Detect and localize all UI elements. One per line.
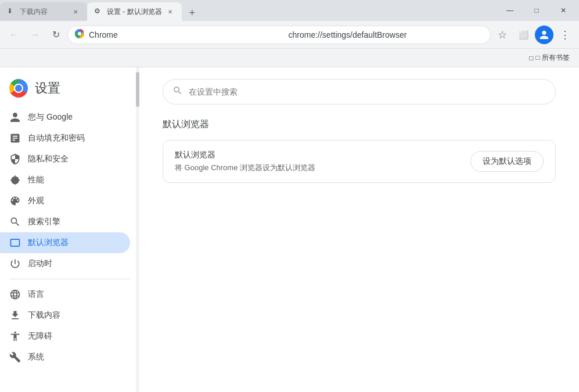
sidebar-item-performance-label: 性能: [28, 175, 44, 185]
chrome-logo-area: 设置: [0, 77, 139, 107]
sidebar-item-system-label: 系统: [28, 352, 44, 362]
card-title: 默认浏览器: [175, 150, 461, 160]
all-bookmarks[interactable]: □ □ 所有书签: [524, 51, 574, 65]
tab-settings[interactable]: ⚙ 设置 - 默认浏览器 ✕: [87, 2, 182, 21]
sidebar-item-privacy[interactable]: 隐私和安全: [0, 149, 130, 170]
sidebar-item-language-label: 语言: [28, 289, 44, 300]
search-input[interactable]: [189, 87, 546, 96]
sidebar-item-search[interactable]: 搜索引擎: [0, 211, 130, 232]
address-bar[interactable]: Chrome chrome://settings/defaultBrowser: [67, 26, 491, 44]
system-icon: [9, 351, 21, 363]
downloads-icon: [9, 310, 21, 321]
sidebar-scrollbar[interactable]: [136, 67, 139, 392]
accessibility-icon: [9, 330, 21, 342]
sidebar-item-google[interactable]: 您与 Google: [0, 107, 130, 128]
set-default-button[interactable]: 设为默认选项: [470, 151, 544, 172]
sidebar-item-accessibility-label: 无障碍: [28, 331, 52, 341]
sidebar-item-privacy-label: 隐私和安全: [28, 154, 69, 164]
google-icon: [9, 112, 21, 123]
sidebar-scrollbar-thumb: [136, 72, 139, 107]
sidebar-item-autofill-label: 自动填充和密码: [28, 133, 85, 143]
chrome-logo-icon: [9, 79, 28, 98]
sidebar-item-google-label: 您与 Google: [28, 112, 73, 123]
settings-main: 默认浏览器 默认浏览器 将 Google Chrome 浏览器设为默认浏览器 设…: [139, 67, 579, 392]
browser-content: 设置 您与 Google 自动填充和密码 隐私和安全 性能: [0, 67, 579, 392]
profile-button[interactable]: [535, 26, 553, 44]
appearance-icon: [9, 195, 21, 207]
tab-settings-close[interactable]: ✕: [166, 7, 175, 16]
default-browser-card: 默认浏览器 将 Google Chrome 浏览器设为默认浏览器 设为默认选项: [163, 140, 556, 183]
sidebar-item-default-label: 默认浏览器: [28, 238, 69, 248]
settings-title: 设置: [35, 80, 60, 97]
sidebar-item-appearance[interactable]: 外观: [0, 190, 130, 211]
search-engine-icon: [9, 216, 21, 228]
sidebar: 设置 您与 Google 自动填充和密码 隐私和安全 性能: [0, 67, 139, 392]
card-subtitle: 将 Google Chrome 浏览器设为默认浏览器: [175, 163, 461, 173]
url-text: chrome://settings/defaultBrowser: [289, 30, 484, 39]
sidebar-item-search-label: 搜索引擎: [28, 217, 60, 227]
forward-button[interactable]: →: [26, 26, 44, 44]
sidebar-item-default-browser[interactable]: 默认浏览器: [0, 232, 130, 253]
window-controls: — □ ✕: [497, 0, 579, 21]
sidebar-item-language[interactable]: 语言: [0, 284, 130, 305]
close-button[interactable]: ✕: [550, 0, 577, 21]
tab-settings-label: 设置 - 默认浏览器: [107, 7, 162, 17]
tab-downloads[interactable]: ⬇ 下载内容 ✕: [0, 2, 87, 21]
toolbar: ← → ↻ Chrome chrome://settings/defaultBr…: [0, 21, 579, 49]
extensions-button[interactable]: ⬜: [514, 26, 533, 44]
sidebar-item-downloads[interactable]: 下载内容: [0, 305, 130, 326]
privacy-icon: [9, 153, 21, 165]
bookmarks-bar: □ □ 所有书签: [0, 49, 579, 67]
section-title: 默认浏览器: [163, 118, 556, 131]
sidebar-item-startup-label: 启动时: [28, 258, 52, 269]
chrome-label: Chrome: [89, 30, 284, 39]
bookmark-button[interactable]: ☆: [493, 26, 512, 44]
autofill-icon: [9, 132, 21, 144]
tab-downloads-close[interactable]: ✕: [71, 7, 80, 16]
all-bookmarks-label: □ 所有书签: [535, 53, 570, 63]
reload-button[interactable]: ↻: [46, 26, 65, 44]
new-tab-button[interactable]: +: [184, 5, 200, 21]
folder-icon: □: [529, 54, 533, 62]
back-button[interactable]: ←: [5, 26, 23, 44]
performance-icon: [9, 174, 21, 186]
settings-search-bar[interactable]: [163, 79, 556, 105]
card-text: 默认浏览器 将 Google Chrome 浏览器设为默认浏览器: [175, 150, 461, 173]
startup-icon: [9, 258, 21, 269]
minimize-button[interactable]: —: [497, 0, 523, 21]
sidebar-item-startup[interactable]: 启动时: [0, 253, 130, 274]
sidebar-item-downloads-label: 下载内容: [28, 310, 60, 321]
titlebar: ⬇ 下载内容 ✕ ⚙ 设置 - 默认浏览器 ✕ + — □ ✕: [0, 0, 579, 21]
card-subtitle-text: 将 Google Chrome 浏览器设为默认浏览器: [175, 163, 315, 172]
sidebar-item-autofill[interactable]: 自动填充和密码: [0, 128, 130, 149]
svg-point-1: [78, 32, 81, 35]
settings-tab-icon: ⚙: [94, 7, 103, 16]
search-icon: [172, 85, 183, 99]
settings-card-inner: 默认浏览器 将 Google Chrome 浏览器设为默认浏览器 设为默认选项: [163, 141, 555, 182]
sidebar-item-system[interactable]: 系统: [0, 347, 130, 368]
tabs-area: ⬇ 下载内容 ✕ ⚙ 设置 - 默认浏览器 ✕ +: [0, 0, 497, 21]
sidebar-divider: [9, 279, 130, 279]
chrome-logo-small: [75, 29, 84, 40]
menu-button[interactable]: ⋮: [556, 26, 574, 44]
sidebar-item-performance[interactable]: 性能: [0, 170, 130, 190]
default-browser-icon: [9, 237, 21, 249]
tab-downloads-label: 下载内容: [20, 7, 48, 17]
sidebar-item-appearance-label: 外观: [28, 196, 44, 206]
maximize-button[interactable]: □: [523, 0, 550, 21]
language-icon: [9, 289, 21, 300]
sidebar-item-accessibility[interactable]: 无障碍: [0, 326, 130, 347]
download-tab-icon: ⬇: [7, 7, 16, 16]
